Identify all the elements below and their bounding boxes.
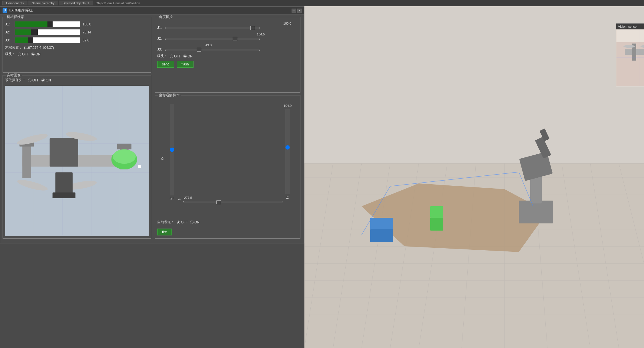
y-label: Y: xyxy=(178,198,181,202)
angle-suction-row: 吸头： OFF ON xyxy=(157,54,298,59)
svg-point-20 xyxy=(113,149,136,164)
auto-send-label: 自动发送： xyxy=(157,220,174,225)
window-icon: U xyxy=(3,8,7,13)
j3-fill xyxy=(15,37,28,43)
j3-value: 62.0 xyxy=(83,38,95,42)
angle-suction-on-label: ON xyxy=(188,54,193,58)
joint-row-j3: J3: 62.0 xyxy=(5,37,149,43)
send-button[interactable]: send xyxy=(157,61,174,68)
tab-scene-hierarchy[interactable]: Scene hierarchy xyxy=(28,1,58,5)
angle-section: 角度操控 J1: 180.0 J2: 164.5 xyxy=(155,17,300,93)
main-control-window: U UARM控制系统 — ✕ 机械臂状态 J1: 180.0 J2: 75.14 xyxy=(0,6,304,243)
camera-on-option[interactable]: ON xyxy=(41,78,51,82)
window-title: UARM控制系统 xyxy=(9,8,292,13)
camera-view xyxy=(5,86,149,236)
x-slider-group: 0.0 xyxy=(169,104,175,210)
camera-row: 获取摄像头： OFF ON xyxy=(5,78,149,83)
suction-label: 吸头： xyxy=(5,52,15,57)
angle-title: 角度操控 xyxy=(158,15,174,19)
angle-j2-label: J2: xyxy=(157,37,165,41)
angle-suction-off-radio[interactable] xyxy=(170,55,173,58)
j1-value: 180.0 xyxy=(83,22,95,26)
camera-robot-svg xyxy=(5,86,149,236)
fire-button[interactable]: fire xyxy=(157,229,172,235)
auto-on-radio[interactable] xyxy=(190,221,194,224)
j2-bar xyxy=(15,29,80,35)
scene-3d-view: Vision_sensor ✕ xyxy=(304,6,644,348)
x-label: X: xyxy=(161,157,164,161)
tab-selected-objects[interactable]: Selected objects: 1 xyxy=(59,1,93,5)
camera-on-radio[interactable] xyxy=(41,79,45,82)
auto-on-label: ON xyxy=(194,220,200,224)
angle-j2-slider[interactable] xyxy=(165,38,260,40)
auto-off-label: OFF xyxy=(181,220,188,224)
j1-bar xyxy=(15,21,80,27)
x-slider[interactable] xyxy=(169,104,175,195)
vision-svg xyxy=(616,29,644,86)
z-slider[interactable] xyxy=(285,109,290,194)
scene-svg xyxy=(304,6,644,348)
angle-j1-label: J1: xyxy=(157,26,165,30)
angle-j3-label: J3: xyxy=(157,47,165,51)
j1-fill xyxy=(15,21,47,27)
end-pos-value: (1.67,276.6,104.37) xyxy=(24,46,54,50)
joint-row-j1: J1: 180.0 xyxy=(5,21,149,27)
angle-suction-on-radio[interactable] xyxy=(183,55,187,58)
j3-white xyxy=(33,37,80,43)
angle-suction-on-option[interactable]: ON xyxy=(183,54,193,58)
suction-off-option[interactable]: OFF xyxy=(18,52,29,56)
x-value: 0.0 xyxy=(170,197,174,201)
suction-on-label: ON xyxy=(35,52,41,56)
camera-off-option[interactable]: OFF xyxy=(28,78,39,82)
coord-title: 坐标逆解操作 xyxy=(158,93,181,98)
camera-off-label: OFF xyxy=(32,78,39,82)
angle-suction-off-option[interactable]: OFF xyxy=(170,54,181,58)
realtime-section: 实时图像 获取摄像头： OFF ON xyxy=(3,75,151,239)
window-titlebar: U UARM控制系统 — ✕ xyxy=(0,7,304,15)
angle-j3-slider[interactable] xyxy=(165,49,260,51)
scene-background xyxy=(304,6,644,348)
suction-on-option[interactable]: ON xyxy=(31,52,41,56)
svg-rect-50 xyxy=(430,218,443,231)
suction-on-radio[interactable] xyxy=(31,53,35,56)
vision-title: Vision_sensor xyxy=(618,25,638,28)
angle-j1-slider[interactable] xyxy=(165,27,260,29)
angle-j3-value: 49.0 xyxy=(165,43,212,47)
vision-sensor-window: Vision_sensor ✕ xyxy=(616,23,644,86)
camera-off-radio[interactable] xyxy=(28,79,31,82)
y-value: -277.5 xyxy=(183,196,283,199)
tab-components[interactable]: Components xyxy=(2,1,27,5)
angle-j2-row: J2: 164.5 xyxy=(157,33,298,41)
suction-off-label: OFF xyxy=(22,52,29,56)
angle-j2-value: 164.5 xyxy=(165,33,265,36)
send-buttons-row: send flash xyxy=(157,61,298,68)
auto-on-option[interactable]: ON xyxy=(190,220,200,224)
minimize-button[interactable]: — xyxy=(292,9,296,13)
angle-j1-row: J1: 180.0 xyxy=(157,22,298,30)
suction-off-radio[interactable] xyxy=(18,53,21,56)
realtime-title: 实时图像 xyxy=(6,73,22,78)
z-value: 104.0 xyxy=(284,104,292,107)
y-slider[interactable] xyxy=(183,201,283,203)
svg-rect-13 xyxy=(117,144,131,149)
svg-rect-23 xyxy=(53,192,75,198)
svg-rect-22 xyxy=(55,172,73,195)
j2-fill xyxy=(15,29,31,35)
fire-button-row: fire xyxy=(157,229,172,235)
y-slider-group: Y: -277.5 xyxy=(178,196,283,204)
j3-label: J3: xyxy=(5,38,12,42)
j3-bar xyxy=(15,37,80,43)
end-pos-label: 末端位置： xyxy=(5,45,22,50)
flash-button[interactable]: flash xyxy=(177,61,194,68)
vision-view xyxy=(616,29,644,86)
auto-off-option[interactable]: OFF xyxy=(177,220,188,224)
close-button[interactable]: ✕ xyxy=(297,9,302,13)
joint-row-j2: J2: 75.14 xyxy=(5,29,149,35)
angle-suction-label: 吸头： xyxy=(157,54,168,59)
svg-rect-14 xyxy=(50,138,78,167)
j1-white xyxy=(53,21,80,27)
z-label: Z: xyxy=(286,195,289,199)
j1-label: J1: xyxy=(5,22,12,26)
vision-titlebar: Vision_sensor ✕ xyxy=(616,24,644,29)
auto-off-radio[interactable] xyxy=(177,221,180,224)
